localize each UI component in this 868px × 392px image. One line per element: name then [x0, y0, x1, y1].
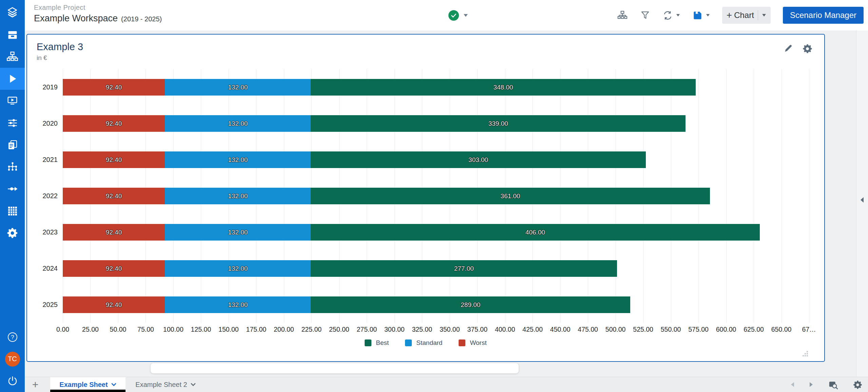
svg-text:?: ?	[11, 334, 14, 341]
bar-segment-standard[interactable]: 132.00	[165, 188, 311, 204]
sidebar-item-settings[interactable]	[0, 222, 25, 244]
hierarchy-button[interactable]	[617, 10, 628, 21]
active-tab-indicator	[50, 390, 126, 392]
project-name: Example Project	[34, 4, 162, 12]
bar-segment-best[interactable]: 303.00	[311, 151, 646, 168]
caret-down-icon[interactable]	[762, 14, 766, 17]
data-grid-icon	[6, 205, 19, 217]
sidebar-item-model[interactable]	[0, 156, 25, 178]
tab-label: Example Sheet	[59, 381, 108, 389]
bar-value-label: 406.00	[525, 229, 545, 236]
card-resize-handle[interactable]	[803, 351, 809, 357]
legend-item-worst[interactable]: Worst	[459, 339, 486, 347]
bar-segment-standard[interactable]: 132.00	[165, 79, 311, 96]
bar-segment-standard[interactable]: 132.00	[165, 224, 311, 241]
legend-item-best[interactable]: Best	[365, 339, 389, 347]
sidebar-item-structure[interactable]	[0, 46, 25, 68]
legend-item-standard[interactable]: Standard	[405, 339, 442, 347]
y-category-label: 2023	[37, 228, 58, 236]
add-chart-button[interactable]: + Chart	[722, 7, 771, 24]
stacked-bar: 92.40132.00303.00	[63, 151, 646, 168]
flow-arrow-icon	[6, 183, 19, 195]
collapse-panel-arrow-icon[interactable]	[861, 197, 864, 203]
edit-pencil-icon[interactable]	[783, 43, 793, 54]
power-icon	[6, 375, 19, 387]
bar-segment-worst[interactable]: 92.40	[63, 151, 165, 168]
bar-segment-worst[interactable]: 92.40	[63, 296, 165, 313]
header-toolbar: + Chart Scenario Manager	[617, 0, 864, 30]
stacked-bar: 92.40132.00361.00	[63, 188, 710, 204]
chart-settings-gear-icon[interactable]	[802, 43, 813, 54]
bar-segment-standard[interactable]: 132.00	[165, 151, 311, 168]
x-tick-label: 400.00	[495, 326, 515, 333]
x-tick-label: 475.00	[578, 326, 598, 333]
sidebar-item-data[interactable]	[0, 200, 25, 222]
refresh-icon	[662, 10, 673, 21]
x-tick-label: 125.00	[191, 326, 211, 333]
bar-value-label: 92.40	[106, 229, 122, 236]
bar-segment-worst[interactable]: 92.40	[63, 115, 165, 132]
legend-swatch	[459, 339, 465, 346]
bar-value-label: 92.40	[106, 84, 122, 91]
legend-swatch	[365, 339, 371, 346]
monitor-play-icon	[6, 95, 19, 107]
sidebar-item-presentation[interactable]	[0, 90, 25, 112]
sidebar-item-account[interactable]: TC	[0, 348, 25, 370]
bar-segment-worst[interactable]: 92.40	[63, 224, 165, 241]
stacked-bar: 92.40132.00277.00	[63, 260, 617, 277]
bar-segment-best[interactable]: 277.00	[311, 260, 617, 277]
x-tick-label: 50.00	[110, 326, 127, 333]
bar-segment-best[interactable]: 406.00	[311, 224, 759, 241]
bar-segment-worst[interactable]: 92.40	[63, 79, 165, 96]
sitemap-icon	[6, 50, 19, 63]
bar-segment-best[interactable]: 289.00	[311, 296, 630, 313]
bar-value-label: 92.40	[106, 192, 122, 200]
sidebar-item-help[interactable]: ?	[0, 326, 25, 348]
sidebar-item-archive[interactable]	[0, 24, 25, 46]
bar-segment-standard[interactable]: 132.00	[165, 296, 311, 313]
sidebar-item-logout[interactable]	[0, 370, 25, 392]
scenario-manager-button[interactable]: Scenario Manager	[783, 7, 864, 24]
bar-value-label: 303.00	[468, 156, 488, 164]
status-ok-icon	[448, 10, 459, 21]
horizontal-scrollbar-thumb[interactable]	[151, 363, 519, 373]
bar-segment-standard[interactable]: 132.00	[165, 115, 311, 132]
sidebar-item-simulation[interactable]	[0, 68, 25, 90]
prev-sheet-arrow-icon[interactable]	[790, 381, 795, 388]
sheet-settings-gear-icon[interactable]	[853, 380, 863, 390]
legend-swatch	[405, 339, 412, 346]
bar-segment-best[interactable]: 348.00	[311, 79, 695, 96]
bar-segment-worst[interactable]: 92.40	[63, 188, 165, 204]
stacked-bar: 92.40132.00406.00	[63, 224, 760, 241]
app-logo[interactable]	[0, 2, 25, 24]
caret-down-icon	[463, 14, 468, 17]
x-tick-label: 375.00	[467, 326, 487, 333]
legend-label: Worst	[470, 339, 486, 347]
search-sheet-icon[interactable]	[828, 379, 839, 390]
refresh-dropdown[interactable]	[662, 10, 680, 21]
bar-segment-best[interactable]: 361.00	[311, 188, 710, 204]
save-dropdown[interactable]	[692, 10, 710, 21]
gear-icon	[6, 227, 18, 239]
archive-icon	[6, 29, 19, 41]
x-tick-label: 350.00	[440, 326, 460, 333]
next-sheet-arrow-icon[interactable]	[809, 381, 814, 388]
status-dropdown[interactable]	[448, 0, 468, 30]
bar-row: 202392.40132.00406.00	[63, 214, 809, 250]
bar-segment-best[interactable]: 339.00	[311, 115, 686, 132]
sidebar-item-drivers[interactable]	[0, 178, 25, 200]
avatar: TC	[5, 352, 20, 367]
bar-segment-standard[interactable]: 132.00	[165, 260, 311, 277]
app-root: { "theme": { "sidebar_bg": "#0c6cce", "s…	[0, 0, 868, 392]
bar-row: 202292.40132.00361.00	[63, 178, 809, 214]
x-tick-label: 225.00	[302, 326, 322, 333]
bar-row: 202192.40132.00303.00	[63, 142, 809, 178]
filter-button[interactable]	[640, 10, 650, 20]
sidebar-item-reports[interactable]	[0, 134, 25, 156]
sidebar-item-parameters[interactable]	[0, 112, 25, 134]
chart-card: Example 3 in € 201992.40132.00348.002020…	[26, 34, 825, 362]
add-sheet-button[interactable]: +	[30, 377, 41, 392]
bar-segment-worst[interactable]: 92.40	[63, 260, 165, 277]
tab-example-sheet-2[interactable]: Example Sheet 2	[130, 377, 201, 392]
add-chart-label: Chart	[734, 11, 754, 20]
